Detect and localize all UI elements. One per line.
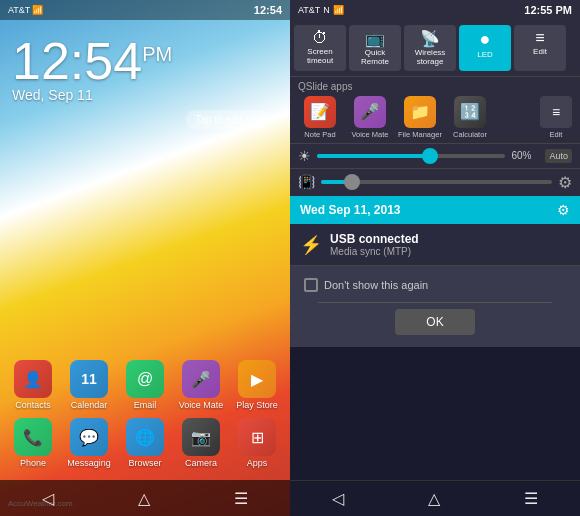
wireless-storage-icon: 📡	[420, 29, 440, 48]
phone-icon: 📞	[14, 418, 52, 456]
ok-button[interactable]: OK	[395, 309, 475, 335]
qslide-voicemate[interactable]: 🎤 Voice Mate	[348, 96, 392, 139]
back-button-left[interactable]: ◁	[42, 489, 54, 508]
phone-label: Phone	[20, 458, 46, 468]
app-camera[interactable]: 📷 Camera	[177, 418, 225, 468]
home-button-left[interactable]: △	[138, 489, 150, 508]
right-phone-panel: AT&T N 📶 12:55 PM ⏱ Screentimeout 📺 Quic…	[290, 0, 580, 516]
calculator-icon: 🔢	[454, 96, 486, 128]
left-phone-panel: AT&T 📶 12:54 12:54PM Wed, Sep 11 Tap to …	[0, 0, 290, 516]
vibrate-slider[interactable]	[321, 174, 552, 190]
notification-date: Wed Sep 11, 2013	[300, 203, 401, 217]
email-label: Email	[134, 400, 157, 410]
status-icons-left: AT&T 📶	[8, 5, 43, 15]
qslide-edit-label: Edit	[550, 130, 563, 139]
usb-title: USB connected	[330, 232, 419, 246]
browser-icon: 🌐	[126, 418, 164, 456]
screen-timeout-label: Screentimeout	[307, 48, 333, 66]
quick-settings-row: ⏱ Screentimeout 📺 QuickRemote 📡 Wireless…	[294, 25, 576, 71]
app-email[interactable]: @ Email	[121, 360, 169, 410]
qslide-filemanager[interactable]: 📁 File Manager	[398, 96, 442, 139]
qslide-calculator[interactable]: 🔢 Calculator	[448, 96, 492, 139]
back-button-right[interactable]: ◁	[332, 489, 344, 508]
qs-quick-remote[interactable]: 📺 QuickRemote	[349, 25, 401, 71]
brightness-slider[interactable]	[317, 148, 505, 164]
calendar-icon: 11	[70, 360, 108, 398]
carrier-right: AT&T	[298, 5, 320, 15]
app-playstore[interactable]: ▶ Play Store	[233, 360, 281, 410]
playstore-icon: ▶	[238, 360, 276, 398]
qslide-edit[interactable]: ≡ Edit	[540, 96, 572, 139]
qs-led[interactable]: ● LED	[459, 25, 511, 71]
menu-button-right[interactable]: ☰	[524, 489, 538, 508]
qslide-notepad[interactable]: 📝 Note Pad	[298, 96, 342, 139]
vibrate-gear-icon[interactable]: ⚙	[558, 173, 572, 192]
vibrate-row: 📳 ⚙	[290, 168, 580, 196]
signal-icon-right: 📶	[333, 5, 344, 15]
edit-label: Edit	[533, 48, 547, 57]
brightness-track	[317, 154, 505, 158]
time-right: 12:55 PM	[524, 4, 572, 16]
qs-edit[interactable]: ≡ Edit	[514, 25, 566, 71]
usb-icon: ⚡	[300, 234, 322, 256]
home-button-right[interactable]: △	[428, 489, 440, 508]
contacts-label: Contacts	[15, 400, 51, 410]
voicemate-icon: 🎤	[182, 360, 220, 398]
app-apps[interactable]: ⊞ Apps	[233, 418, 281, 468]
brightness-icon: ☀	[298, 148, 311, 164]
dont-show-checkbox[interactable]	[304, 278, 318, 292]
nav-bar-left: ◁ △ ☰	[0, 480, 290, 516]
app-calendar[interactable]: 11 Calendar	[65, 360, 113, 410]
qslide-section: QSlide apps 📝 Note Pad 🎤 Voice Mate 📁 Fi…	[290, 76, 580, 143]
playstore-label: Play Store	[236, 400, 278, 410]
nfc-icon: N	[323, 5, 330, 15]
dialog-box: Don't show this again OK	[290, 266, 580, 347]
dialog-divider	[318, 302, 552, 303]
edit-icon: ≡	[535, 29, 544, 47]
clock-widget: 12:54PM Wed, Sep 11	[0, 20, 290, 108]
contacts-icon: 👤	[14, 360, 52, 398]
vibrate-track	[321, 180, 552, 184]
voicemate2-label: Voice Mate	[351, 130, 388, 139]
camera-icon: 📷	[182, 418, 220, 456]
messaging-icon: 💬	[70, 418, 108, 456]
notification-gear-icon[interactable]: ⚙	[557, 202, 570, 218]
dialog-content: Don't show this again OK	[290, 266, 580, 347]
app-phone[interactable]: 📞 Phone	[9, 418, 57, 468]
signal-icon: 📶	[32, 5, 43, 15]
browser-label: Browser	[128, 458, 161, 468]
dont-show-row: Don't show this again	[304, 278, 566, 292]
brightness-auto[interactable]: Auto	[545, 149, 572, 163]
calendar-label: Calendar	[71, 400, 108, 410]
app-voicemate[interactable]: 🎤 Voice Mate	[177, 360, 225, 410]
qs-screen-timeout[interactable]: ⏱ Screentimeout	[294, 25, 346, 71]
apps-icon: ⊞	[238, 418, 276, 456]
usb-text: USB connected Media sync (MTP)	[330, 232, 419, 257]
quick-remote-label: QuickRemote	[361, 49, 389, 67]
quick-settings-panel: ⏱ Screentimeout 📺 QuickRemote 📡 Wireless…	[290, 20, 580, 76]
qslide-label: QSlide apps	[298, 81, 572, 92]
quick-remote-icon: 📺	[365, 29, 385, 48]
app-contacts[interactable]: 👤 Contacts	[9, 360, 57, 410]
status-bar-right: AT&T N 📶 12:55 PM	[290, 0, 580, 20]
app-browser[interactable]: 🌐 Browser	[121, 418, 169, 468]
carrier-left: AT&T	[8, 5, 30, 15]
vibrate-icon: 📳	[298, 174, 315, 190]
status-icons-right: AT&T N 📶	[298, 5, 344, 15]
voicemate-label: Voice Mate	[179, 400, 224, 410]
calculator-label: Calculator	[453, 130, 487, 139]
usb-subtitle: Media sync (MTP)	[330, 246, 419, 257]
app-row-1: 👤 Contacts 11 Calendar @ Email 🎤	[5, 360, 285, 410]
notification-header: Wed Sep 11, 2013 ⚙	[290, 196, 580, 224]
tap-add-city[interactable]: Tap to add city	[186, 110, 270, 129]
clock-date: Wed, Sep 11	[12, 87, 278, 103]
clock-time: 12:54PM	[12, 35, 278, 87]
qs-wireless-storage[interactable]: 📡 Wirelessstorage	[404, 25, 456, 71]
usb-notification[interactable]: ⚡ USB connected Media sync (MTP)	[290, 224, 580, 266]
menu-button-left[interactable]: ☰	[234, 489, 248, 508]
brightness-fill	[317, 154, 430, 158]
app-grid: 👤 Contacts 11 Calendar @ Email 🎤	[0, 360, 290, 476]
qslide-edit-icon: ≡	[540, 96, 572, 128]
app-messaging[interactable]: 💬 Messaging	[65, 418, 113, 468]
qslide-apps-row: 📝 Note Pad 🎤 Voice Mate 📁 File Manager 🔢	[298, 96, 572, 139]
